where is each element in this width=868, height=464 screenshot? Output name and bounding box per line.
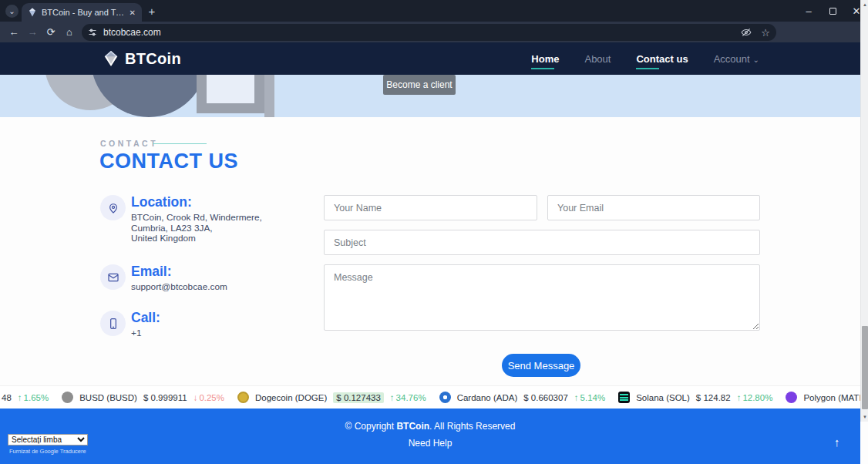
tab-close-icon[interactable]: ✕ bbox=[130, 8, 136, 17]
coin-change: ↓0.25% bbox=[193, 393, 224, 402]
coin-name: Polygon (MATIC) bbox=[803, 393, 860, 402]
ticker-item-matic: Polygon (MATIC) $ 1.03 ↓0.58% bbox=[786, 392, 860, 403]
window-restore-button[interactable] bbox=[821, 0, 844, 22]
section-eyebrow: CONTACT bbox=[100, 139, 158, 148]
send-message-button[interactable]: Send Message bbox=[502, 354, 580, 377]
window-minimize-button[interactable]: – bbox=[797, 0, 820, 22]
phone-icon bbox=[107, 318, 119, 330]
coin-change: ↑34.76% bbox=[390, 393, 426, 402]
scrollbar-down-arrow[interactable]: ▼ bbox=[861, 412, 868, 422]
coin-change: ↑12.80% bbox=[737, 393, 773, 402]
language-select[interactable]: Selectați limba bbox=[8, 434, 88, 446]
google-translate-attribution: Furnizat de Google Traducere bbox=[9, 448, 86, 455]
coin-change: ↑1.65% bbox=[18, 393, 49, 402]
message-textarea[interactable] bbox=[324, 264, 760, 331]
home-button[interactable]: ⌂ bbox=[60, 26, 79, 38]
site-footer: © Copyright BTCoin. All Rights Reserved … bbox=[0, 409, 860, 464]
scroll-to-top-button[interactable]: ↑ bbox=[834, 435, 840, 449]
page-title: CONTACT US bbox=[99, 150, 238, 173]
need-help-link[interactable]: Need Help bbox=[0, 438, 860, 449]
browser-chrome: ⌄ BTCoin - Buy and Trade Crypto ✕ + – ✕ … bbox=[0, 0, 868, 42]
email-icon-circle bbox=[100, 264, 126, 290]
hero-strip: Become a client bbox=[0, 75, 860, 117]
brand-logo[interactable]: BTCoin bbox=[103, 50, 181, 68]
ticker-item-sol: Solana (SOL) $ 124.82 ↑12.80% bbox=[618, 392, 772, 403]
back-button[interactable]: ← bbox=[5, 26, 23, 38]
map-pin-icon bbox=[107, 202, 119, 214]
reload-button[interactable]: ⟳ bbox=[42, 26, 60, 38]
polygon-icon bbox=[786, 392, 797, 403]
eye-off-icon[interactable] bbox=[741, 27, 752, 38]
brand-name[interactable]: BTCoin bbox=[125, 50, 181, 68]
chevron-down-icon: ⌄ bbox=[8, 7, 15, 15]
site-header: BTCoin Home About Contact us Account⌄ bbox=[0, 42, 860, 75]
restore-icon bbox=[829, 8, 836, 15]
tab-title: BTCoin - Buy and Trade Crypto bbox=[42, 8, 125, 17]
ticker-item-doge: Dogecoin (DOGE) $ 0.127433 ↑34.76% bbox=[237, 392, 426, 403]
become-a-client-button[interactable]: Become a client bbox=[383, 75, 456, 95]
coin-name: BUSD (BUSD) bbox=[79, 393, 137, 402]
new-tab-button[interactable]: + bbox=[145, 4, 159, 18]
phone-number[interactable]: +1 bbox=[131, 328, 141, 339]
busd-icon bbox=[62, 392, 73, 403]
ticker-item-busd: BUSD (BUSD) $ 0.999911 ↓0.25% bbox=[62, 392, 224, 403]
bookmark-star-icon[interactable]: ☆ bbox=[761, 27, 770, 39]
nav-account[interactable]: Account⌄ bbox=[714, 53, 759, 65]
main-navigation: Home About Contact us Account⌄ bbox=[531, 53, 759, 65]
forward-button[interactable]: → bbox=[23, 26, 42, 38]
page-content: BTCoin Home About Contact us Account⌄ Be… bbox=[0, 42, 868, 464]
email-heading: Email: bbox=[131, 264, 172, 280]
tune-icon[interactable] bbox=[88, 28, 97, 37]
nav-contact-us[interactable]: Contact us bbox=[636, 53, 688, 65]
decor-circle-dark bbox=[91, 75, 207, 117]
decor-bar bbox=[264, 75, 274, 117]
coin-price-highlighted: $ 0.127433 bbox=[333, 392, 384, 403]
coin-price: $ 0.660307 bbox=[523, 393, 568, 402]
page-scrollbar[interactable]: ▲ ▼ bbox=[860, 0, 868, 422]
email-address[interactable]: support@btcobcae.com bbox=[131, 282, 227, 293]
decor-square-outline bbox=[197, 75, 264, 113]
tab-strip: ⌄ BTCoin - Buy and Trade Crypto ✕ + – ✕ bbox=[0, 0, 868, 22]
footer-brand: BTCoin bbox=[396, 421, 429, 432]
gem-icon bbox=[103, 50, 119, 67]
call-icon-circle bbox=[100, 311, 126, 336]
crypto-ticker: 48 ↑1.65% BUSD (BUSD) $ 0.999911 ↓0.25% … bbox=[0, 385, 860, 409]
scrollbar-up-arrow[interactable]: ▲ bbox=[861, 0, 868, 9]
scrollbar-thumb[interactable] bbox=[862, 326, 868, 409]
coin-name: Solana (SOL) bbox=[636, 393, 690, 402]
subject-input[interactable] bbox=[324, 230, 760, 255]
copyright-text: © Copyright BTCoin. All Rights Reserved bbox=[0, 421, 860, 432]
location-heading: Location: bbox=[131, 194, 192, 210]
arrow-up-icon: ↑ bbox=[574, 393, 579, 402]
arrow-up-icon: ↑ bbox=[737, 393, 742, 402]
url-text[interactable]: btcobcae.com bbox=[103, 27, 741, 38]
ticker-item-fragment: 48 ↑1.65% bbox=[2, 393, 49, 402]
tab-search-button[interactable]: ⌄ bbox=[5, 5, 19, 18]
coin-price: 48 bbox=[2, 393, 12, 402]
coin-name: Dogecoin (DOGE) bbox=[255, 393, 327, 402]
nav-home[interactable]: Home bbox=[531, 53, 559, 65]
cardano-icon bbox=[439, 392, 451, 403]
browser-window: ⌄ BTCoin - Buy and Trade Crypto ✕ + – ✕ … bbox=[0, 0, 868, 464]
arrow-down-icon: ↓ bbox=[193, 393, 198, 402]
coin-change: ↑5.14% bbox=[574, 393, 605, 402]
solana-icon bbox=[618, 392, 630, 403]
browser-toolbar: ← → ⟳ ⌂ btcobcae.com ☆ ⋮ bbox=[0, 22, 868, 42]
ticker-item-ada: Cardano (ADA) $ 0.660307 ↑5.14% bbox=[439, 392, 606, 403]
location-address: BTCoin, Crook Rd, Windermere, Cumbria, L… bbox=[131, 213, 262, 244]
coin-price: $ 124.82 bbox=[696, 393, 731, 402]
url-bar[interactable]: btcobcae.com ☆ bbox=[82, 24, 776, 41]
envelope-icon bbox=[107, 271, 119, 284]
email-input[interactable] bbox=[547, 195, 760, 220]
dogecoin-icon bbox=[237, 392, 249, 403]
arrow-up-icon: ↑ bbox=[18, 393, 22, 402]
name-input[interactable] bbox=[324, 195, 537, 220]
browser-tab[interactable]: BTCoin - Buy and Trade Crypto ✕ bbox=[22, 3, 142, 22]
chevron-down-icon: ⌄ bbox=[753, 55, 759, 64]
nav-about[interactable]: About bbox=[584, 53, 611, 65]
arrow-up-icon: ↑ bbox=[390, 393, 395, 402]
location-icon-circle bbox=[100, 195, 126, 220]
eyebrow-divider bbox=[153, 143, 207, 144]
coin-price: $ 0.999911 bbox=[143, 393, 187, 402]
call-heading: Call: bbox=[131, 310, 160, 326]
